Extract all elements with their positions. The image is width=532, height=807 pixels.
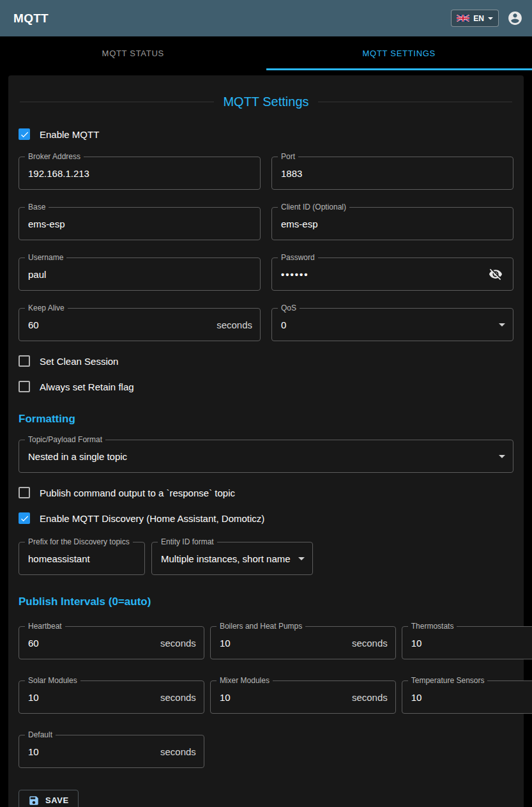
topic-payload-format-value: Nested in a single topic	[28, 451, 494, 462]
mqtt-discovery-checkbox[interactable]	[19, 512, 30, 524]
language-selector-button[interactable]: EN	[451, 10, 499, 27]
username-field: Username	[19, 257, 261, 291]
tab-bar: MQTT STATUS MQTT SETTINGS	[0, 36, 532, 70]
heartbeat-interval-field: Heartbeat seconds	[19, 626, 204, 659]
page-title: MQTT	[13, 12, 49, 26]
publish-response-label: Publish command output to a `response` t…	[40, 488, 235, 498]
check-icon	[20, 130, 29, 139]
default-interval-input[interactable]	[28, 746, 155, 757]
field-label: Thermostats	[408, 622, 457, 631]
entity-id-format-select[interactable]: Entity ID format Multiple instances, sho…	[151, 542, 313, 575]
publish-response-checkbox[interactable]	[19, 487, 30, 498]
field-label: Temperature Sensors	[408, 676, 488, 685]
dropdown-arrow-icon	[499, 323, 505, 327]
base-field: Base	[19, 207, 261, 240]
field-label: Broker Address	[25, 152, 84, 161]
language-label: EN	[473, 14, 484, 23]
connection-fields: Broker Address Port Base Client ID (Opti…	[19, 157, 513, 341]
retain-flag-label: Always set Retain flag	[40, 381, 134, 392]
mixer-interval-input[interactable]	[220, 692, 347, 703]
clean-session-row: Set Clean Session	[19, 355, 513, 367]
tab-mqtt-settings[interactable]: MQTT SETTINGS	[266, 36, 532, 70]
mqtt-discovery-label: Enable MQTT Discovery (Home Assistant, D…	[40, 513, 264, 524]
publish-intervals-fields: Heartbeat seconds Boilers and Heat Pumps…	[19, 626, 513, 768]
broker-address-input[interactable]	[28, 168, 252, 179]
save-icon	[28, 795, 40, 806]
client-id-input[interactable]	[281, 219, 505, 229]
field-label: Heartbeat	[25, 622, 65, 631]
publish-intervals-section-title: Publish Intervals (0=auto)	[19, 596, 513, 608]
enable-mqtt-checkbox[interactable]	[19, 128, 30, 140]
temperature-interval-field: Temperature Sensors seconds	[402, 680, 532, 714]
field-label: Mixer Modules	[217, 676, 273, 685]
save-button-label: SAVE	[45, 795, 69, 805]
field-suffix: seconds	[160, 638, 196, 649]
mqtt-discovery-row: Enable MQTT Discovery (Home Assistant, D…	[19, 512, 513, 524]
field-label: QoS	[278, 304, 300, 312]
uk-flag-icon	[457, 15, 469, 22]
chevron-down-icon	[488, 17, 493, 20]
account-icon[interactable]	[506, 10, 523, 27]
default-interval-field: Default seconds	[19, 735, 204, 768]
field-label: Prefix for the Discovery topics	[25, 537, 133, 546]
field-label: Entity ID format	[158, 537, 217, 546]
field-label: Port	[278, 152, 298, 161]
heartbeat-interval-input[interactable]	[28, 638, 155, 649]
field-label: Password	[278, 253, 318, 262]
field-label: Base	[25, 203, 49, 211]
publish-response-row: Publish command output to a `response` t…	[19, 487, 513, 498]
divider	[20, 102, 214, 102]
clean-session-checkbox[interactable]	[19, 355, 30, 367]
field-label: Username	[25, 253, 66, 262]
base-input[interactable]	[28, 219, 252, 229]
appbar-actions: EN	[451, 10, 523, 27]
toggle-password-visibility-button[interactable]	[486, 265, 505, 284]
keep-alive-field: Keep Alive seconds	[19, 308, 261, 341]
field-label: Solar Modules	[25, 676, 80, 685]
password-input[interactable]	[281, 269, 486, 280]
check-icon	[20, 514, 29, 523]
solar-interval-field: Solar Modules seconds	[19, 680, 204, 714]
username-input[interactable]	[28, 269, 252, 280]
discovery-fields: Prefix for the Discovery topics Entity I…	[19, 542, 513, 575]
broker-address-field: Broker Address	[19, 157, 261, 190]
discovery-prefix-field: Prefix for the Discovery topics	[19, 542, 145, 575]
field-suffix: seconds	[160, 746, 196, 757]
boilers-interval-input[interactable]	[220, 638, 347, 649]
field-suffix: seconds	[352, 692, 388, 703]
boilers-interval-field: Boilers and Heat Pumps seconds	[210, 626, 396, 659]
retain-flag-checkbox[interactable]	[19, 381, 30, 392]
retain-flag-row: Always set Retain flag	[19, 381, 513, 392]
enable-mqtt-label: Enable MQTT	[40, 129, 99, 140]
entity-id-format-value: Multiple instances, short name	[161, 553, 293, 564]
thermostats-interval-field: Thermostats seconds	[402, 626, 532, 659]
save-button[interactable]: SAVE	[19, 790, 79, 807]
keep-alive-input[interactable]	[28, 319, 211, 330]
field-label: Default	[25, 730, 56, 739]
mqtt-settings-page: MQTT EN	[0, 0, 532, 807]
field-suffix: seconds	[160, 692, 196, 703]
settings-card: MQTT Settings Enable MQTT Broker Address…	[8, 75, 524, 807]
qos-select[interactable]: QoS 0	[271, 308, 513, 341]
section-title: MQTT Settings	[223, 95, 308, 109]
field-suffix: seconds	[352, 638, 388, 649]
solar-interval-input[interactable]	[28, 692, 155, 703]
field-label: Topic/Payload Format	[25, 435, 105, 444]
password-field: Password	[271, 257, 513, 291]
temperature-interval-input[interactable]	[411, 692, 532, 703]
discovery-prefix-input[interactable]	[28, 553, 137, 564]
visibility-off-icon	[489, 267, 503, 281]
field-label: Boilers and Heat Pumps	[217, 622, 305, 631]
field-label: Client ID (Optional)	[278, 203, 349, 211]
clean-session-label: Set Clean Session	[40, 356, 118, 367]
thermostats-interval-input[interactable]	[411, 638, 532, 649]
field-suffix: seconds	[217, 319, 252, 330]
app-bar: MQTT EN	[0, 0, 532, 36]
dropdown-arrow-icon	[298, 557, 305, 560]
mixer-interval-field: Mixer Modules seconds	[210, 680, 396, 714]
port-input[interactable]	[281, 168, 505, 179]
topic-payload-format-select[interactable]: Topic/Payload Format Nested in a single …	[19, 440, 513, 473]
port-field: Port	[271, 157, 513, 190]
tab-mqtt-status[interactable]: MQTT STATUS	[0, 36, 266, 70]
section-header-mqtt-settings: MQTT Settings	[20, 95, 512, 109]
